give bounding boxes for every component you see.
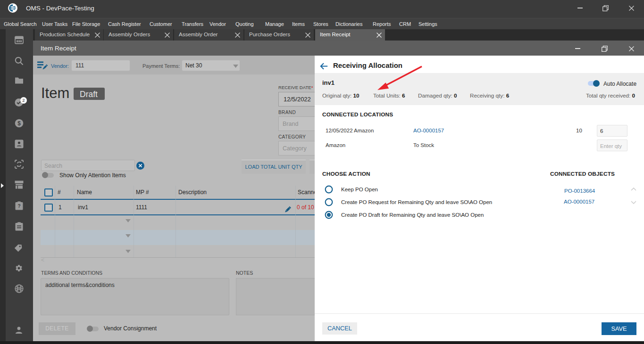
svg-text:?: ?: [17, 204, 20, 209]
svg-text:$: $: [17, 120, 21, 126]
